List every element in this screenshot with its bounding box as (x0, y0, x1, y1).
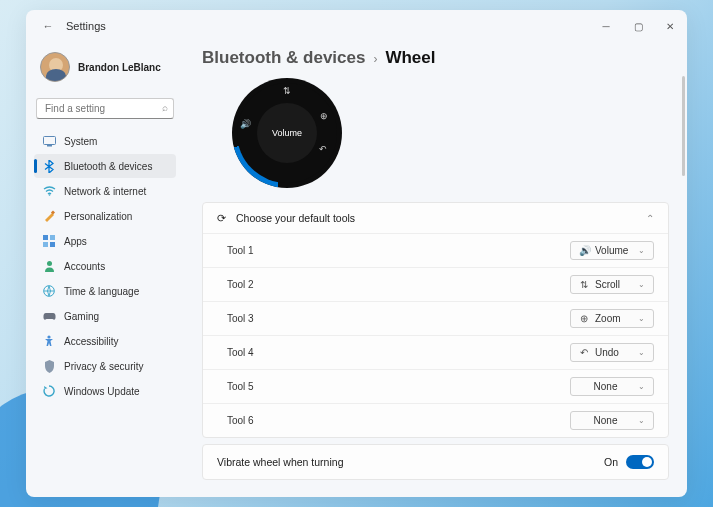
svg-rect-5 (50, 235, 55, 240)
tool-label: Tool 5 (227, 381, 254, 392)
wifi-icon (42, 184, 56, 198)
tool-3-select[interactable]: ⊕ Zoom ⌄ (570, 309, 654, 328)
svg-rect-1 (47, 145, 52, 147)
tool-row-2: Tool 2 ⇅ Scroll ⌄ (203, 267, 668, 301)
svg-rect-6 (43, 242, 48, 247)
wheel-dial[interactable]: ⇅ 🔊 ⊕ ↶ Volume (232, 78, 342, 188)
close-button[interactable]: ✕ (663, 21, 677, 32)
vibrate-label: Vibrate wheel when turning (217, 456, 343, 468)
nav-update[interactable]: Windows Update (34, 379, 176, 403)
tools-header-icon: ⟳ (217, 212, 226, 224)
maximize-button[interactable]: ▢ (631, 21, 645, 32)
minimize-button[interactable]: ─ (599, 21, 613, 32)
breadcrumb-parent[interactable]: Bluetooth & devices (202, 48, 365, 68)
app-title: Settings (66, 20, 106, 32)
breadcrumb: Bluetooth & devices › Wheel (202, 48, 669, 68)
tool-label: Tool 3 (227, 313, 254, 324)
nav-label: Apps (64, 236, 87, 247)
tool-label: Tool 1 (227, 245, 254, 256)
search-input[interactable] (36, 98, 174, 119)
nav-label: Network & internet (64, 186, 146, 197)
svg-rect-7 (50, 242, 55, 247)
chevron-down-icon: ⌄ (638, 382, 645, 391)
tool-6-select[interactable]: None ⌄ (570, 411, 654, 430)
tool-row-5: Tool 5 None ⌄ (203, 369, 668, 403)
profile[interactable]: Brandon LeBlanc (34, 48, 176, 94)
nav-time[interactable]: Time & language (34, 279, 176, 303)
nav-apps[interactable]: Apps (34, 229, 176, 253)
bluetooth-icon (42, 159, 56, 173)
scrollbar[interactable] (682, 76, 685, 176)
back-button[interactable]: ← (36, 20, 60, 32)
tools-card: ⟳ Choose your default tools ⌃ Tool 1 🔊 V… (202, 202, 669, 438)
nav-accessibility[interactable]: Accessibility (34, 329, 176, 353)
profile-name: Brandon LeBlanc (78, 62, 161, 73)
sidebar: Brandon LeBlanc ⌕ System Bluetooth & dev… (26, 42, 184, 497)
chevron-down-icon: ⌄ (638, 314, 645, 323)
nav-privacy[interactable]: Privacy & security (34, 354, 176, 378)
system-icon (42, 134, 56, 148)
vibrate-state: On (604, 456, 618, 468)
tool-label: Tool 6 (227, 415, 254, 426)
vibrate-toggle[interactable] (626, 455, 654, 469)
nav-system[interactable]: System (34, 129, 176, 153)
settings-window: ← Settings ─ ▢ ✕ Brandon LeBlanc ⌕ Syste… (26, 10, 687, 497)
undo-icon: ↶ (579, 347, 589, 358)
tools-header-label: Choose your default tools (236, 212, 355, 224)
scroll-icon: ⇅ (579, 279, 589, 290)
nav-label: Bluetooth & devices (64, 161, 152, 172)
nav-label: Personalization (64, 211, 132, 222)
nav-accounts[interactable]: Accounts (34, 254, 176, 278)
accessibility-icon (42, 334, 56, 348)
vibrate-card: Vibrate wheel when turning On (202, 444, 669, 480)
tools-card-header[interactable]: ⟳ Choose your default tools ⌃ (203, 203, 668, 233)
nav-label: Windows Update (64, 386, 140, 397)
nav-label: Accessibility (64, 336, 118, 347)
nav-personalization[interactable]: Personalization (34, 204, 176, 228)
tool-5-select[interactable]: None ⌄ (570, 377, 654, 396)
nav-label: Accounts (64, 261, 105, 272)
dial-center-label: Volume (257, 103, 317, 163)
nav-network[interactable]: Network & internet (34, 179, 176, 203)
nav-label: Gaming (64, 311, 99, 322)
volume-icon: 🔊 (579, 245, 589, 256)
scroll-icon: ⇅ (283, 86, 291, 96)
nav-gaming[interactable]: Gaming (34, 304, 176, 328)
titlebar: ← Settings ─ ▢ ✕ (26, 10, 687, 42)
tool-row-6: Tool 6 None ⌄ (203, 403, 668, 437)
svg-point-10 (47, 335, 50, 338)
tool-row-3: Tool 3 ⊕ Zoom ⌄ (203, 301, 668, 335)
zoom-icon: ⊕ (579, 313, 589, 324)
shield-icon (42, 359, 56, 373)
svg-point-8 (47, 261, 52, 266)
tool-label: Tool 2 (227, 279, 254, 290)
person-icon (42, 259, 56, 273)
nav-label: Privacy & security (64, 361, 143, 372)
chevron-down-icon: ⌄ (638, 280, 645, 289)
globe-icon (42, 284, 56, 298)
nav-label: Time & language (64, 286, 139, 297)
search-box[interactable]: ⌕ (36, 98, 174, 119)
chevron-down-icon: ⌄ (638, 416, 645, 425)
gaming-icon (42, 309, 56, 323)
chevron-down-icon: ⌄ (638, 246, 645, 255)
svg-rect-0 (43, 136, 55, 144)
svg-rect-4 (43, 235, 48, 240)
chevron-right-icon: › (373, 52, 377, 66)
paint-icon (42, 209, 56, 223)
search-icon: ⌕ (162, 102, 168, 113)
tool-label: Tool 4 (227, 347, 254, 358)
page-title: Wheel (385, 48, 435, 68)
chevron-down-icon: ⌄ (638, 348, 645, 357)
nav-bluetooth[interactable]: Bluetooth & devices (34, 154, 176, 178)
svg-point-2 (48, 194, 50, 196)
tool-4-select[interactable]: ↶ Undo ⌄ (570, 343, 654, 362)
tool-2-select[interactable]: ⇅ Scroll ⌄ (570, 275, 654, 294)
chevron-up-icon: ⌃ (646, 213, 654, 224)
tool-row-4: Tool 4 ↶ Undo ⌄ (203, 335, 668, 369)
zoom-icon: ⊕ (320, 111, 328, 121)
nav-label: System (64, 136, 97, 147)
nav-list: System Bluetooth & devices Network & int… (34, 129, 176, 403)
volume-icon: 🔊 (240, 119, 251, 129)
tool-1-select[interactable]: 🔊 Volume ⌄ (570, 241, 654, 260)
